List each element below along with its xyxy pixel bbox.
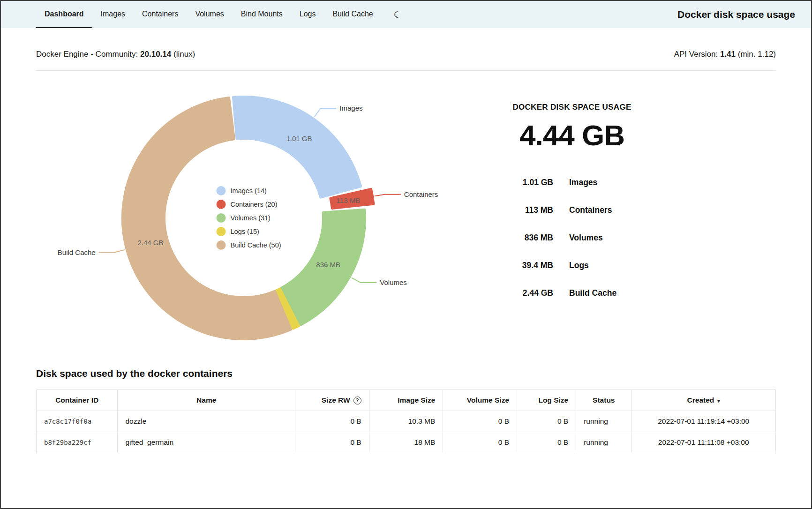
tab-build-cache[interactable]: Build Cache bbox=[324, 1, 381, 28]
summary-value: 39.4 MB bbox=[502, 261, 553, 270]
cell-status: running bbox=[576, 411, 632, 432]
legend-item-images[interactable]: Images (14) bbox=[217, 186, 281, 195]
top-navigation: Dashboard Images Containers Volumes Bind… bbox=[1, 1, 811, 28]
header-log-size[interactable]: Log Size bbox=[517, 390, 576, 411]
header-status[interactable]: Status bbox=[576, 390, 632, 411]
summary-row: 836 MB Volumes bbox=[502, 224, 642, 252]
engine-info: Docker Engine - Community: 20.10.14 (lin… bbox=[36, 50, 195, 59]
slice-name-label: Images bbox=[339, 104, 362, 112]
tab-label: Volumes bbox=[195, 10, 224, 18]
slice-value-label: 1.01 GB bbox=[286, 135, 312, 142]
header-label: Image Size bbox=[398, 396, 435, 404]
donut-chart: 1.01 GBImages113 MBContainers836 MBVolum… bbox=[36, 82, 472, 355]
summary-label: Images bbox=[553, 178, 642, 187]
cell-created: 2022-07-01 11:11:08 +03:00 bbox=[632, 432, 776, 453]
app-title: Docker disk space usage bbox=[677, 1, 795, 28]
tab-logs[interactable]: Logs bbox=[291, 1, 324, 28]
usage-summary-panel: DOCKER DISK SPACE USAGE 4.44 GB 1.01 GB … bbox=[485, 82, 659, 355]
header-label: Created bbox=[687, 396, 714, 404]
legend-color-dot bbox=[217, 213, 226, 223]
tab-containers[interactable]: Containers bbox=[134, 1, 187, 28]
slice-value-label: 836 MB bbox=[316, 261, 340, 269]
header-label: Size RW bbox=[322, 396, 350, 404]
tab-label: Containers bbox=[142, 10, 178, 18]
containers-table-section: Disk space used by the docker containers… bbox=[36, 368, 776, 453]
header-size-rw[interactable]: Size RW? bbox=[295, 390, 369, 411]
header-container-id[interactable]: Container ID bbox=[37, 390, 118, 411]
summary-rows: 1.01 GB Images 113 MB Containers 836 MB … bbox=[502, 169, 642, 307]
sort-desc-icon: ▾ bbox=[717, 398, 720, 404]
slice-value-label: 113 MB bbox=[337, 196, 361, 204]
legend-item-containers[interactable]: Containers (20) bbox=[217, 200, 281, 209]
slice-name-label: Build Cache bbox=[58, 248, 96, 256]
legend-color-dot bbox=[217, 200, 226, 209]
header-label: Container ID bbox=[55, 396, 98, 404]
containers-table: Container ID Name Size RW? Image Size Vo… bbox=[36, 389, 776, 453]
header-created[interactable]: Created▾ bbox=[632, 390, 776, 411]
disk-usage-overview: 1.01 GBImages113 MBContainers836 MBVolum… bbox=[36, 82, 776, 355]
engine-info-bar: Docker Engine - Community: 20.10.14 (lin… bbox=[36, 28, 776, 59]
cell-image-size: 10.3 MB bbox=[369, 411, 443, 432]
slice-leader-line bbox=[352, 278, 376, 283]
cell-name: dozzle bbox=[118, 411, 295, 432]
cell-status: running bbox=[576, 432, 632, 453]
app-window: Dashboard Images Containers Volumes Bind… bbox=[0, 0, 812, 509]
tab-bind-mounts[interactable]: Bind Mounts bbox=[233, 1, 291, 28]
api-version: 1.41 bbox=[720, 50, 736, 59]
cell-size-rw: 0 B bbox=[295, 411, 369, 432]
legend-label: Containers (20) bbox=[231, 201, 278, 208]
table-header-row: Container ID Name Size RW? Image Size Vo… bbox=[37, 390, 776, 411]
legend-color-dot bbox=[217, 240, 226, 250]
header-volume-size[interactable]: Volume Size bbox=[443, 390, 517, 411]
slice-name-label: Volumes bbox=[380, 278, 407, 286]
tab-label: Build Cache bbox=[332, 10, 373, 18]
legend-item-logs[interactable]: Logs (15) bbox=[217, 227, 281, 236]
slice-leader-line bbox=[99, 250, 125, 253]
cell-log-size: 0 B bbox=[517, 432, 576, 453]
summary-label: Containers bbox=[553, 205, 642, 215]
summary-row: 2.44 GB Build Cache bbox=[502, 279, 642, 307]
slice-leader-line bbox=[315, 108, 337, 117]
header-label: Volume Size bbox=[467, 396, 509, 404]
summary-row: 1.01 GB Images bbox=[502, 169, 642, 196]
help-icon[interactable]: ? bbox=[353, 397, 361, 404]
summary-value: 836 MB bbox=[502, 233, 553, 243]
cell-size-rw: 0 B bbox=[295, 432, 369, 453]
cell-volume-size: 0 B bbox=[443, 432, 517, 453]
header-label: Name bbox=[196, 396, 216, 404]
summary-row: 113 MB Containers bbox=[502, 196, 642, 224]
summary-value: 1.01 GB bbox=[502, 178, 553, 187]
tab-dashboard[interactable]: Dashboard bbox=[36, 1, 92, 28]
cell-container-id: b8f29ba229cf bbox=[37, 432, 118, 453]
theme-toggle-button[interactable]: ☾ bbox=[394, 1, 402, 28]
summary-label: Logs bbox=[553, 261, 642, 270]
table-row: a7c8c17f0f0a dozzle 0 B 10.3 MB 0 B 0 B … bbox=[37, 411, 776, 432]
tab-bar: Dashboard Images Containers Volumes Bind… bbox=[36, 1, 382, 28]
api-label: API Version: bbox=[674, 50, 718, 59]
engine-os: (linux) bbox=[173, 50, 195, 59]
header-image-size[interactable]: Image Size bbox=[369, 390, 443, 411]
cell-container-id: a7c8c17f0f0a bbox=[37, 411, 118, 432]
engine-version: 20.10.14 bbox=[140, 50, 171, 59]
api-version-info: API Version: 1.41 (min. 1.12) bbox=[674, 50, 776, 59]
slice-leader-line bbox=[375, 195, 401, 196]
header-name[interactable]: Name bbox=[118, 390, 295, 411]
legend-item-build-cache[interactable]: Build Cache (50) bbox=[217, 240, 281, 250]
cell-log-size: 0 B bbox=[517, 411, 576, 432]
summary-label: Build Cache bbox=[553, 288, 642, 298]
main-content: Docker Engine - Community: 20.10.14 (lin… bbox=[1, 28, 811, 453]
header-label: Status bbox=[593, 396, 615, 404]
moon-icon: ☾ bbox=[394, 9, 402, 20]
legend-item-volumes[interactable]: Volumes (31) bbox=[217, 213, 281, 223]
slice-name-label: Containers bbox=[404, 190, 438, 198]
summary-value: 113 MB bbox=[502, 205, 553, 215]
tab-label: Dashboard bbox=[45, 10, 84, 18]
tab-volumes[interactable]: Volumes bbox=[187, 1, 232, 28]
cell-created: 2022-07-01 11:19:14 +03:00 bbox=[632, 411, 776, 432]
tab-images[interactable]: Images bbox=[92, 1, 134, 28]
engine-label: Docker Engine - Community: bbox=[36, 50, 138, 59]
legend-color-dot bbox=[217, 227, 226, 236]
summary-heading: DOCKER DISK SPACE USAGE bbox=[485, 103, 659, 112]
divider bbox=[36, 70, 776, 71]
summary-value: 2.44 GB bbox=[502, 288, 553, 298]
